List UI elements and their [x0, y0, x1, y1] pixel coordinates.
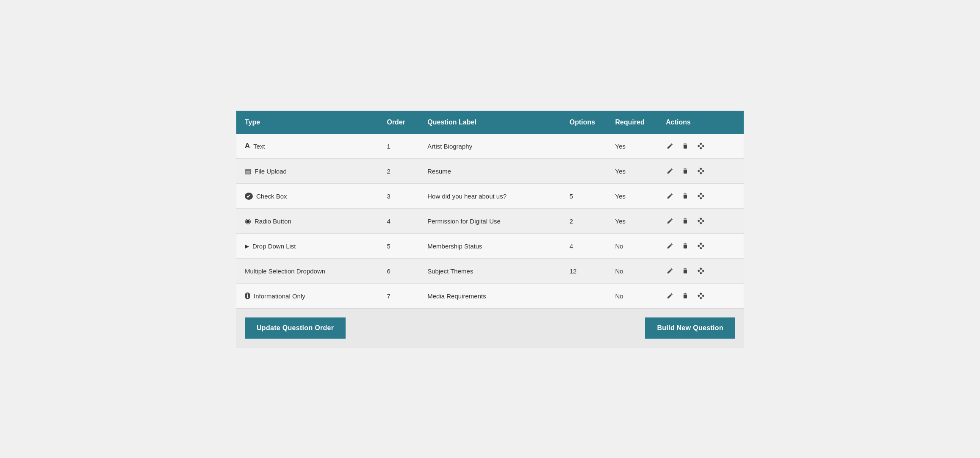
type-label: Text — [253, 143, 265, 150]
type-cell: AText — [236, 134, 378, 159]
delete-button[interactable] — [681, 291, 689, 301]
text-icon: A — [245, 142, 250, 150]
footer-bar: Update Question Order Build New Question — [236, 309, 744, 347]
actions-cell — [657, 284, 744, 309]
main-container: Type Order Question Label Options Requir… — [236, 110, 744, 348]
options-cell — [561, 159, 607, 184]
options-cell: 2 — [561, 209, 607, 234]
edit-button[interactable] — [666, 217, 674, 225]
options-cell: 12 — [561, 259, 607, 284]
type-cell: ✔Check Box — [236, 184, 378, 209]
table-header-row: Type Order Question Label Options Requir… — [236, 111, 744, 134]
delete-button[interactable] — [681, 216, 689, 226]
checkbox-icon: ✔ — [245, 193, 253, 200]
order-cell: 3 — [378, 184, 419, 209]
move-button[interactable] — [696, 291, 706, 301]
options-cell — [561, 134, 607, 159]
table-row: AText1Artist BiographyYes — [236, 134, 744, 159]
required-cell: Yes — [607, 184, 658, 209]
move-button[interactable] — [696, 166, 706, 176]
edit-button[interactable] — [666, 192, 674, 200]
order-cell: 5 — [378, 234, 419, 259]
question-label-cell: Permission for Digital Use — [419, 209, 561, 234]
header-type: Type — [236, 111, 378, 134]
question-label-cell: Membership Status — [419, 234, 561, 259]
actions-cell — [657, 184, 744, 209]
options-cell: 4 — [561, 234, 607, 259]
actions-cell — [657, 134, 744, 159]
header-question-label: Question Label — [419, 111, 561, 134]
actions-cell — [657, 159, 744, 184]
required-cell: Yes — [607, 159, 658, 184]
move-button[interactable] — [696, 266, 706, 276]
delete-button[interactable] — [681, 141, 689, 151]
table-row: ◉Radio Button4Permission for Digital Use… — [236, 209, 744, 234]
required-cell: Yes — [607, 209, 658, 234]
actions-cell — [657, 259, 744, 284]
required-cell: No — [607, 259, 658, 284]
edit-button[interactable] — [666, 167, 674, 175]
order-cell: 2 — [378, 159, 419, 184]
type-label: File Upload — [255, 168, 287, 175]
type-label: Multiple Selection Dropdown — [245, 268, 325, 275]
type-cell: ℹInformational Only — [236, 284, 378, 309]
edit-button[interactable] — [666, 267, 674, 275]
delete-button[interactable] — [681, 241, 689, 251]
delete-button[interactable] — [681, 166, 689, 176]
required-cell: Yes — [607, 134, 658, 159]
type-cell: ▶Drop Down List — [236, 234, 378, 259]
update-question-order-button[interactable]: Update Question Order — [245, 317, 346, 339]
required-cell: No — [607, 284, 658, 309]
move-button[interactable] — [696, 141, 706, 151]
table-row: ▤File Upload2ResumeYes — [236, 159, 744, 184]
options-cell — [561, 284, 607, 309]
header-actions: Actions — [657, 111, 744, 134]
edit-button[interactable] — [666, 242, 674, 250]
dropdown-icon: ▶ — [245, 243, 249, 249]
options-cell: 5 — [561, 184, 607, 209]
type-cell: ▤File Upload — [236, 159, 378, 184]
actions-cell — [657, 209, 744, 234]
radio-button-icon: ◉ — [245, 217, 251, 226]
delete-button[interactable] — [681, 266, 689, 276]
type-label: Informational Only — [254, 292, 305, 300]
type-cell: Multiple Selection Dropdown — [236, 259, 378, 284]
info-icon: ℹ — [245, 292, 250, 299]
type-label: Radio Button — [255, 218, 291, 225]
type-label: Check Box — [256, 193, 287, 200]
type-cell: ◉Radio Button — [236, 209, 378, 234]
edit-button[interactable] — [666, 292, 674, 300]
header-order: Order — [378, 111, 419, 134]
question-label-cell: Resume — [419, 159, 561, 184]
order-cell: 4 — [378, 209, 419, 234]
type-label: Drop Down List — [252, 243, 296, 250]
order-cell: 6 — [378, 259, 419, 284]
question-label-cell: Artist Biography — [419, 134, 561, 159]
header-options: Options — [561, 111, 607, 134]
build-new-question-button[interactable]: Build New Question — [645, 317, 735, 339]
order-cell: 1 — [378, 134, 419, 159]
move-button[interactable] — [696, 241, 706, 251]
questions-table: Type Order Question Label Options Requir… — [236, 111, 744, 309]
table-row: ▶Drop Down List5Membership Status4No — [236, 234, 744, 259]
delete-button[interactable] — [681, 191, 689, 201]
required-cell: No — [607, 234, 658, 259]
header-required: Required — [607, 111, 658, 134]
order-cell: 7 — [378, 284, 419, 309]
table-row: ℹInformational Only7Media RequirementsNo — [236, 284, 744, 309]
actions-cell — [657, 234, 744, 259]
question-label-cell: Subject Themes — [419, 259, 561, 284]
move-button[interactable] — [696, 191, 706, 201]
table-row: ✔Check Box3How did you hear about us?5Ye… — [236, 184, 744, 209]
file-upload-icon: ▤ — [245, 167, 251, 175]
move-button[interactable] — [696, 216, 706, 226]
question-label-cell: Media Requirements — [419, 284, 561, 309]
table-row: Multiple Selection Dropdown6Subject Them… — [236, 259, 744, 284]
edit-button[interactable] — [666, 142, 674, 150]
question-label-cell: How did you hear about us? — [419, 184, 561, 209]
